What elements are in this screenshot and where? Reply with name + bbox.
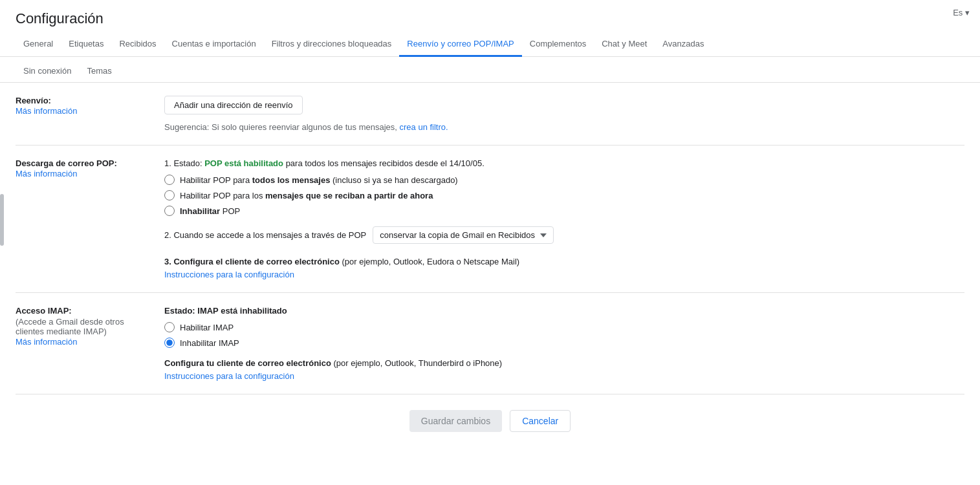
scrollbar[interactable]: [0, 194, 4, 246]
tab-temas[interactable]: Temas: [79, 61, 119, 83]
imap-radio-enable[interactable]: Habilitar IMAP: [164, 322, 964, 332]
pop-radio-disable-input[interactable]: [164, 206, 175, 216]
pop-radio-all[interactable]: Habilitar POP para todos los mensajes (i…: [164, 175, 964, 185]
imap-enable-label: Habilitar IMAP: [180, 323, 234, 332]
pop-status-enabled: POP está habilitado: [204, 158, 283, 168]
pop-config-link[interactable]: Instrucciones para la configuración: [164, 270, 294, 279]
section-imap-body: Estado: IMAP está inhabilitado Habilitar…: [164, 306, 964, 381]
tab-etiquetas[interactable]: Etiquetas: [61, 32, 111, 57]
tab-filtros[interactable]: Filtros y direcciones bloqueadas: [264, 32, 400, 57]
imap-disable-label: Inhabilitar IMAP: [180, 338, 239, 348]
main-nav: General Etiquetas Recibidos Cuentas e im…: [0, 32, 980, 57]
cancel-button[interactable]: Cancelar: [510, 410, 571, 432]
sub-nav: Sin conexión Temas: [0, 57, 980, 83]
pop-more-info-link[interactable]: Más información: [16, 169, 77, 178]
imap-config-title: Configura tu cliente de correo electróni…: [164, 358, 964, 368]
pop-access-select[interactable]: conservar la copia de Gmail en Recibidos…: [373, 226, 554, 244]
imap-more-info-link[interactable]: Más información: [16, 337, 77, 347]
pop-access-label: 2. Cuando se accede a los mensajes a tra…: [164, 230, 366, 240]
section-pop: Descarga de correo POP: Más información …: [16, 146, 964, 293]
add-forward-address-button[interactable]: Añadir una dirección de reenvío: [164, 96, 303, 114]
tab-sin-conexion[interactable]: Sin conexión: [16, 61, 79, 83]
create-filter-link[interactable]: crea un filtro.: [400, 122, 448, 132]
tab-recibidos[interactable]: Recibidos: [111, 32, 164, 57]
reenvio-suggestion: Sugerencia: Si solo quieres reenviar alg…: [164, 122, 964, 132]
reenvio-more-info-link[interactable]: Más información: [16, 106, 77, 116]
section-pop-label: Descarga de correo POP: Más información: [16, 158, 164, 279]
tab-general[interactable]: General: [16, 32, 61, 57]
section-reenvio-label: Reenvío: Más información: [16, 96, 164, 132]
settings-content: Reenvío: Más información Añadir una dire…: [0, 83, 980, 394]
imap-label-title: Acceso IMAP:: [16, 306, 149, 316]
pop-config-title: 3. Configura el cliente de correo electr…: [164, 257, 964, 266]
pop-radio-group: Habilitar POP para todos los mensajes (i…: [164, 175, 964, 216]
section-pop-body: 1. Estado: POP está habilitado para todo…: [164, 158, 964, 279]
imap-status: Estado: IMAP está inhabilitado: [164, 306, 964, 316]
page-title: Configuración: [0, 0, 980, 32]
section-reenvio-body: Añadir una dirección de reenvío Sugerenc…: [164, 96, 964, 132]
section-imap: Acceso IMAP: (Accede a Gmail desde otros…: [16, 293, 964, 394]
reenvio-label-title: Reenvío:: [16, 96, 149, 105]
imap-radio-disable[interactable]: Inhabilitar IMAP: [164, 338, 964, 348]
section-imap-label: Acceso IMAP: (Accede a Gmail desde otros…: [16, 306, 164, 381]
imap-radio-disable-input[interactable]: [164, 338, 175, 348]
pop-radio-all-input[interactable]: [164, 175, 175, 185]
tab-complementos[interactable]: Complementos: [522, 32, 594, 57]
tab-reenvio[interactable]: Reenvío y correo POP/IMAP: [399, 32, 521, 57]
pop-access-row: 2. Cuando se accede a los mensajes a tra…: [164, 226, 964, 244]
pop-status: 1. Estado: POP está habilitado para todo…: [164, 158, 964, 168]
imap-config-link[interactable]: Instrucciones para la configuración: [164, 371, 294, 381]
section-reenvio: Reenvío: Más información Añadir una dire…: [16, 83, 964, 146]
pop-radio-new-input[interactable]: [164, 190, 175, 200]
tab-avanzadas[interactable]: Avanzadas: [655, 32, 712, 57]
pop-label-title: Descarga de correo POP:: [16, 158, 149, 168]
save-button[interactable]: Guardar cambios: [409, 410, 502, 432]
imap-label-desc: (Accede a Gmail desde otros clientes med…: [16, 317, 149, 336]
imap-radio-enable-input[interactable]: [164, 322, 175, 332]
footer-actions: Guardar cambios Cancelar: [0, 394, 980, 447]
language-selector[interactable]: Es: [953, 8, 970, 17]
pop-radio-new[interactable]: Habilitar POP para los mensajes que se r…: [164, 190, 964, 200]
pop-radio-disable[interactable]: Inhabilitar POP: [164, 206, 964, 216]
imap-radio-group: Habilitar IMAP Inhabilitar IMAP: [164, 322, 964, 348]
tab-cuentas[interactable]: Cuentas e importación: [164, 32, 264, 57]
tab-chat[interactable]: Chat y Meet: [594, 32, 655, 57]
